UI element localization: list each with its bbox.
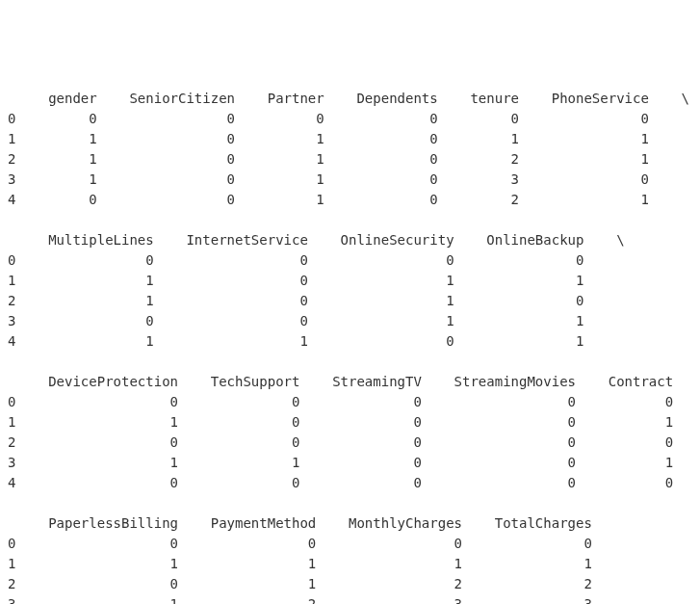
dataframe-output: gender SeniorCitizen Partner Dependents … <box>8 89 692 604</box>
dataframe-text: gender SeniorCitizen Partner Dependents … <box>8 91 700 604</box>
